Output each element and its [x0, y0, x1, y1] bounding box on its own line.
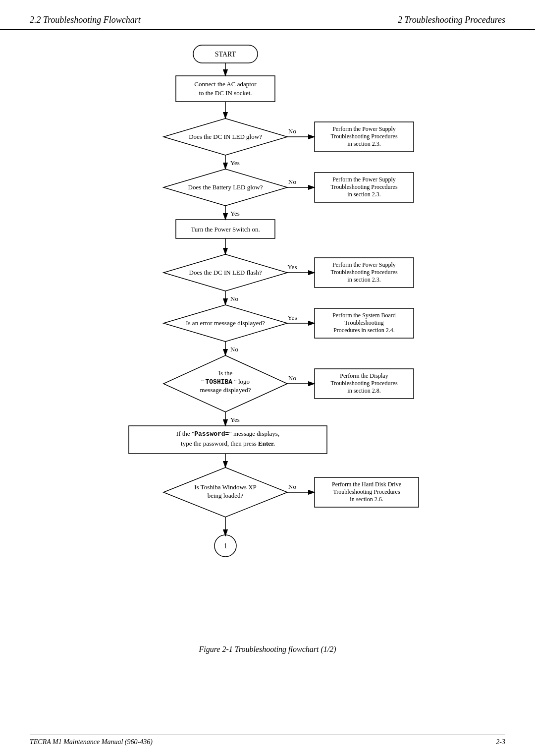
svg-text:Does the Battery LED glow?: Does the Battery LED glow?	[188, 183, 263, 191]
svg-text:in section 2.3.: in section 2.3.	[347, 140, 380, 147]
page-header: 2.2 Troubleshooting Flowchart 2 Troubles…	[0, 0, 535, 30]
svg-text:Yes: Yes	[230, 159, 240, 167]
svg-text:Procedures in section 2.4.: Procedures in section 2.4.	[333, 327, 395, 334]
svg-text:Connect the AC adaptor: Connect the AC adaptor	[194, 80, 257, 88]
flowchart-svg: START Connect the AC adaptor to the DC I…	[45, 40, 490, 635]
svg-text:Yes: Yes	[288, 314, 297, 321]
svg-text:1: 1	[224, 542, 227, 550]
svg-text:" TOSHIBA " logo: " TOSHIBA " logo	[201, 378, 250, 386]
svg-text:Perform the System Board: Perform the System Board	[332, 312, 396, 319]
main-content: START Connect the AC adaptor to the DC I…	[0, 30, 535, 684]
svg-text:Turn the Power Switch on.: Turn the Power Switch on.	[191, 226, 260, 233]
svg-text:Troubleshooting Procedures: Troubleshooting Procedures	[330, 380, 398, 387]
footer-manual-name: TECRA M1 Maintenance Manual (960-436)	[30, 738, 153, 746]
svg-text:No: No	[288, 483, 296, 490]
page: 2.2 Troubleshooting Flowchart 2 Troubles…	[0, 0, 535, 756]
svg-text:message displayed?: message displayed?	[200, 386, 251, 394]
svg-text:Troubleshooting Procedures: Troubleshooting Procedures	[330, 183, 398, 190]
svg-text:in section 2.3.: in section 2.3.	[347, 276, 380, 283]
svg-text:Yes: Yes	[230, 210, 240, 217]
svg-text:Troubleshooting Procedures: Troubleshooting Procedures	[330, 133, 398, 140]
svg-text:Perform the Power Supply: Perform the Power Supply	[332, 176, 396, 183]
header-section-left: 2.2 Troubleshooting Flowchart	[30, 15, 141, 25]
svg-text:No: No	[288, 178, 296, 185]
svg-text:No: No	[230, 295, 238, 302]
svg-text:If the "Password=" message dis: If the "Password=" message displays,	[176, 430, 279, 438]
svg-text:in section 2.8.: in section 2.8.	[347, 387, 380, 394]
header-section-right: 2 Troubleshooting Procedures	[398, 15, 505, 25]
footer-page-number: 2-3	[496, 738, 505, 746]
svg-text:to the DC IN socket.: to the DC IN socket.	[199, 89, 252, 97]
svg-text:Yes: Yes	[230, 416, 240, 423]
svg-text:No: No	[230, 346, 238, 353]
svg-text:Is Toshiba Windows XP: Is Toshiba Windows XP	[194, 483, 257, 491]
svg-text:Troubleshooting Procedures: Troubleshooting Procedures	[330, 269, 398, 276]
svg-text:type the password, then press : type the password, then press Enter.	[181, 440, 275, 447]
svg-rect-4	[176, 76, 275, 102]
figure-caption: Figure 2-1 Troubleshooting flowchart (1/…	[199, 645, 336, 654]
svg-text:No: No	[288, 374, 296, 382]
svg-text:in section 2.6.: in section 2.6.	[350, 496, 383, 503]
svg-text:Is the: Is the	[218, 369, 233, 377]
svg-text:Perform the Display: Perform the Display	[340, 372, 388, 379]
svg-text:Perform the Power Supply: Perform the Power Supply	[332, 261, 396, 268]
svg-text:Does the DC IN LED glow?: Does the DC IN LED glow?	[189, 133, 262, 140]
svg-text:being loaded?: being loaded?	[208, 492, 244, 499]
svg-text:Is an error message displayed?: Is an error message displayed?	[186, 319, 265, 327]
svg-text:Yes: Yes	[288, 263, 297, 271]
page-footer: TECRA M1 Maintenance Manual (960-436) 2-…	[30, 735, 505, 746]
svg-text:No: No	[288, 127, 296, 135]
svg-text:Perform the Power Supply: Perform the Power Supply	[332, 125, 396, 132]
svg-text:Troubleshooting Procedures: Troubleshooting Procedures	[333, 488, 400, 495]
svg-text:Perform the Hard Disk Drive: Perform the Hard Disk Drive	[332, 481, 401, 488]
svg-text:Troubleshooting: Troubleshooting	[345, 319, 384, 326]
flowchart: START Connect the AC adaptor to the DC I…	[45, 40, 490, 637]
svg-text:START: START	[215, 51, 236, 58]
svg-text:Does the DC IN LED flash?: Does the DC IN LED flash?	[189, 269, 262, 276]
svg-text:in section 2.3.: in section 2.3.	[347, 191, 380, 198]
